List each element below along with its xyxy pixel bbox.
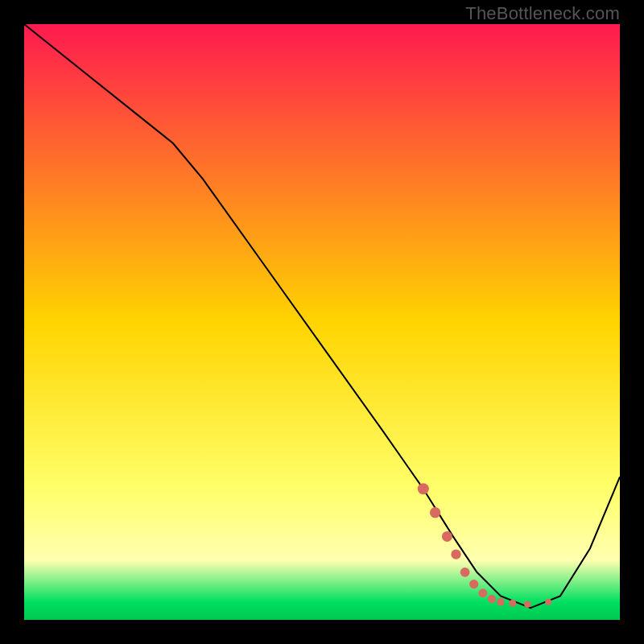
marker-dot <box>469 580 478 588</box>
marker-dot <box>442 531 452 542</box>
marker-dot <box>497 598 505 606</box>
chart-svg <box>24 24 620 620</box>
marker-dot <box>478 588 487 597</box>
marker-dot <box>460 568 470 577</box>
marker-dot <box>509 600 516 607</box>
marker-dot <box>451 549 460 559</box>
marker-dot <box>418 483 429 494</box>
watermark-text: TheBottleneck.com <box>465 3 620 24</box>
marker-dot <box>488 595 496 603</box>
marker-dot <box>524 601 531 609</box>
chart-background <box>24 24 620 620</box>
marker-dot <box>545 599 551 605</box>
marker-dot <box>430 507 440 518</box>
chart-area <box>24 24 620 620</box>
